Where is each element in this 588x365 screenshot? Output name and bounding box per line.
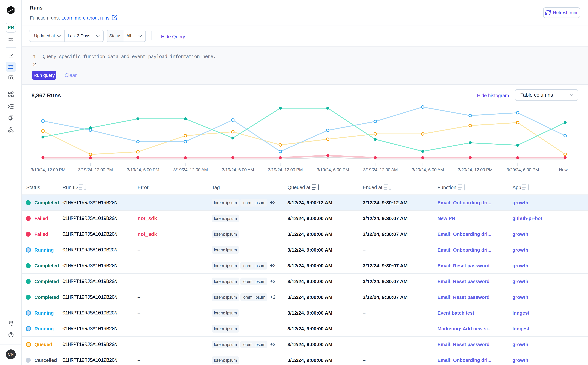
svg-text:3/19/24, 12:00 PM: 3/19/24, 12:00 PM: [78, 167, 113, 172]
svg-text:3/20/24, 6:00 AM: 3/20/24, 6:00 AM: [412, 167, 444, 172]
svg-text:3/19/24, 6:00 AM: 3/19/24, 6:00 AM: [222, 167, 254, 172]
svg-text:3/20/24, 12:00 PM: 3/20/24, 12:00 PM: [458, 167, 492, 172]
svg-text:3/19/24, 12:00 AM: 3/19/24, 12:00 AM: [173, 167, 208, 172]
svg-text:3/19/24, 12:00 AM: 3/19/24, 12:00 AM: [363, 167, 398, 172]
svg-text:3/20/24, 6:00 PM: 3/20/24, 6:00 PM: [506, 167, 539, 172]
svg-text:3/19/24, 12:00 PM: 3/19/24, 12:00 PM: [268, 167, 303, 172]
svg-text:3/19/24, 6:00 PM: 3/19/24, 6:00 PM: [127, 167, 159, 172]
svg-text:3/19/24, 6:00 PM: 3/19/24, 6:00 PM: [317, 167, 349, 172]
svg-text:Now: Now: [559, 167, 568, 172]
svg-text:3/19/24, 12:00 PM: 3/19/24, 12:00 PM: [31, 167, 65, 172]
